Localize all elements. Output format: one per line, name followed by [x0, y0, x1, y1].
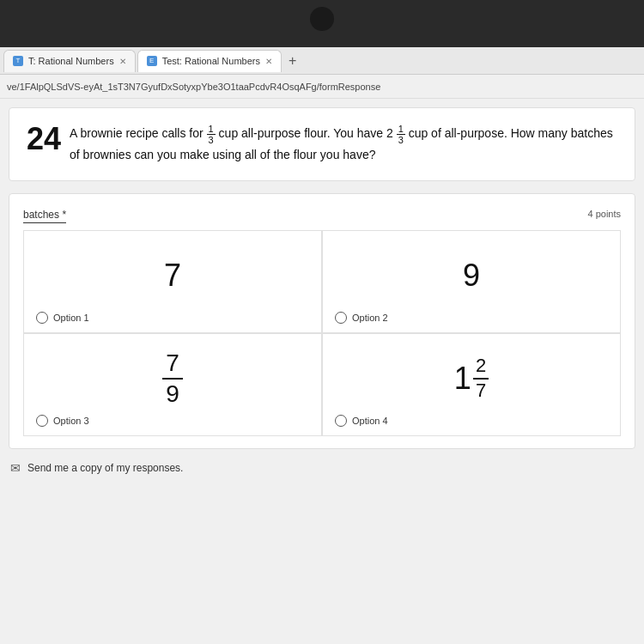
- send-copy-icon: ✉: [10, 461, 21, 475]
- tab-close-2[interactable]: ✕: [265, 57, 272, 66]
- option-2-row: Option 2: [335, 312, 388, 324]
- option-4-row: Option 4: [335, 415, 388, 427]
- answer-label: batches *: [23, 206, 66, 222]
- send-copy-text: Send me a copy of my responses.: [27, 462, 183, 474]
- fraction-denominator-2: 3: [397, 135, 405, 145]
- batches-text: batches: [23, 209, 59, 221]
- send-copy-row: ✉ Send me a copy of my responses.: [9, 461, 635, 475]
- fraction-numerator-2: 1: [397, 124, 405, 135]
- fraction-one-third: 1 3: [207, 124, 216, 145]
- fraction-denominator-1: 3: [207, 135, 216, 145]
- fraction-one-third-2: 1 3: [397, 124, 405, 145]
- option-4-numerator: 2: [473, 355, 489, 379]
- option-2-label: Option 2: [352, 313, 388, 323]
- option-4-radio[interactable]: [335, 415, 347, 427]
- option-1-cell[interactable]: 7 Option 1: [23, 230, 322, 333]
- option-2-value: 9: [463, 258, 480, 294]
- question-header: 24 A brownie recipe calls for 1 3 cup al…: [27, 124, 617, 165]
- tab-icon-2: E: [147, 56, 157, 66]
- option-1-label: Option 1: [53, 313, 89, 323]
- required-mark: *: [62, 209, 66, 221]
- option-1-row: Option 1: [36, 312, 89, 324]
- new-tab-button[interactable]: +: [283, 53, 301, 69]
- page-content: 24 A brownie recipe calls for 1 3 cup al…: [0, 99, 644, 644]
- option-2-radio[interactable]: [335, 312, 347, 324]
- option-3-value: 7 9: [162, 349, 183, 408]
- tab-rational-numbers-1[interactable]: T T: Rational Numbers ✕: [3, 50, 136, 72]
- top-bar: [0, 0, 644, 47]
- fraction-numerator-1: 1: [207, 124, 216, 135]
- option-4-value: 1 2 7: [454, 355, 489, 402]
- batches-label: batches *: [23, 209, 66, 223]
- answer-section: batches * 4 points 7 Option 1 9: [9, 193, 635, 449]
- tab-close-1[interactable]: ✕: [119, 57, 126, 66]
- option-1-radio[interactable]: [36, 312, 48, 324]
- option-2-cell[interactable]: 9 Option 2: [322, 230, 621, 333]
- tab-rational-numbers-2[interactable]: E Test: Rational Numbers ✕: [137, 50, 282, 72]
- option-1-value: 7: [164, 258, 181, 294]
- option-4-label: Option 4: [352, 416, 388, 426]
- camera-dot: [310, 7, 334, 31]
- question-number: 24: [27, 124, 61, 155]
- option-4-cell[interactable]: 1 2 7 Option 4: [322, 333, 621, 436]
- options-grid: 7 Option 1 9 Option 2 7 9: [23, 230, 621, 436]
- question-intro: A brownie recipe calls for: [70, 126, 204, 140]
- option-4-denominator: 7: [473, 380, 489, 402]
- option-3-numerator: 7: [162, 349, 183, 380]
- option-3-cell[interactable]: 7 9 Option 3: [23, 333, 322, 436]
- question-text1: cup all-purpose flour. You have 2: [219, 126, 393, 140]
- option-3-radio[interactable]: [36, 415, 48, 427]
- tab-label-1: T: Rational Numbers: [28, 56, 114, 66]
- question-text: A brownie recipe calls for 1 3 cup all-p…: [70, 124, 617, 165]
- option-3-row: Option 3: [36, 415, 89, 427]
- option-3-denominator: 9: [162, 380, 183, 409]
- option-4-fraction: 2 7: [473, 355, 489, 402]
- points-label: 4 points: [587, 209, 621, 219]
- option-3-label: Option 3: [53, 416, 89, 426]
- url-text: ve/1FAlpQLSdVS-eyAt_1sT3N7GyufDxSotyxpYb…: [7, 82, 380, 92]
- browser-tabs: T T: Rational Numbers ✕ E Test: Rational…: [0, 47, 644, 75]
- question-card: 24 A brownie recipe calls for 1 3 cup al…: [9, 107, 635, 181]
- option-4-whole: 1: [454, 361, 471, 397]
- tab-icon-1: T: [13, 56, 23, 66]
- address-bar: ve/1FAlpQLSdVS-eyAt_1sT3N7GyufDxSotyxpYb…: [0, 75, 644, 99]
- tab-label-2: Test: Rational Numbers: [162, 56, 260, 66]
- answer-header: batches * 4 points: [23, 206, 621, 222]
